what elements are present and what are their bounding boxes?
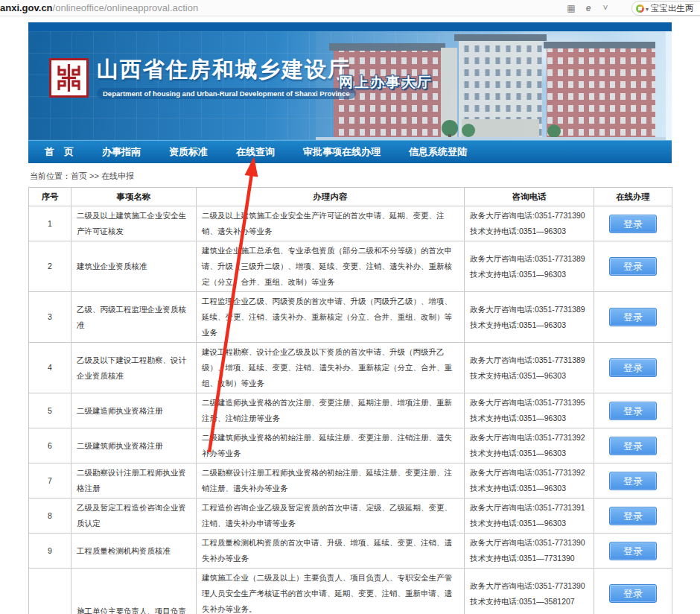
row-no: 7	[29, 463, 71, 499]
url-text[interactable]: anxi.gov.cn/onlineoffice/onlineapproval.…	[0, 2, 198, 13]
row-name: 乙级及暂定工程造价咨询企业资质认定	[71, 499, 197, 534]
col-header-phone: 咨询电话	[465, 188, 594, 206]
row-content: 建筑施工企业（二级及以上）主要负责人、项目负责人、专职安全生产管理人员安全生产考…	[197, 569, 465, 614]
table-header-row: 序号 事项名称 办理内容 咨询电话 在线办理	[29, 188, 672, 206]
row-name: 施工单位主要负责人、项目负责人、专职安全生产管理人员安全生产考核	[71, 569, 197, 614]
nav-item-home[interactable]: 首 页	[45, 145, 74, 159]
ie-mode-icon[interactable]: e	[583, 3, 594, 13]
table-row: 10 施工单位主要负责人、项目负责人、专职安全生产管理人员安全生产考核 建筑施工…	[29, 569, 672, 614]
row-content: 工程监理企业乙级、丙级资质的首次申请、升级（丙级升乙级）、增项、延续、变更、注销…	[197, 292, 465, 343]
nav-item-online-approval[interactable]: 审批事项在线办理	[303, 145, 381, 159]
caret-down-icon[interactable]: ▾	[646, 6, 649, 13]
table-row: 3 乙级、丙级工程监理企业资质核准 工程监理企业乙级、丙级资质的首次申请、升级（…	[29, 292, 672, 343]
login-button[interactable]: 登录	[609, 584, 657, 603]
login-button[interactable]: 登录	[609, 472, 657, 490]
login-button[interactable]: 登录	[609, 257, 657, 276]
department-seal-logo	[49, 58, 89, 98]
row-no: 6	[29, 428, 71, 463]
row-phone: 政务大厅咨询电话:0351-7731390技术支持电话:0351—3581207	[465, 569, 594, 614]
row-phone: 政务大厅咨询电话:0351-7731392技术支持电话:0351—96303	[465, 428, 594, 463]
row-content: 二级勘察设计注册工程师执业资格的初始注册、延续注册、变更注册、注销注册、遗失补办…	[197, 463, 465, 499]
row-name: 二级建筑师执业资格注册	[71, 428, 197, 463]
col-header-content: 办理内容	[197, 188, 465, 206]
table-row: 2 建筑业企业资质核准 建筑业企业施工总承包、专业承包资质（部分二级和不分等级）…	[29, 241, 672, 292]
table-row: 7 二级勘察设计注册工程师执业资格注册 二级勘察设计注册工程师执业资格的初始注册…	[29, 463, 672, 499]
login-button[interactable]: 登录	[609, 507, 657, 525]
table-row: 1 二级及以上建筑施工企业安全生产许可证核发 二级及以上建筑施工企业安全生产许可…	[29, 206, 672, 241]
site-title-english: Department of housing and Urban-Rural De…	[97, 88, 356, 99]
row-content: 二级及以上建筑施工企业安全生产许可证的首次申请、延期、变更、注销、遗失补办等业务	[197, 206, 465, 241]
row-content: 二级建筑师执业资格的初始注册、延续注册、变更注册、注销注册、遗失补办等业务	[197, 428, 465, 463]
row-phone: 政务大厅咨询电话:0351-7731389技术支持电话:0351—96303	[465, 343, 594, 393]
main-navigation: 首 页 办事指南 资质标准 在线查询 审批事项在线办理 信息系统登陆	[28, 140, 672, 163]
row-no: 10	[29, 569, 71, 614]
row-no: 9	[29, 534, 71, 569]
row-phone: 政务大厅咨询电话:0351-7731395技术支持电话:0351—96303	[465, 393, 594, 428]
browser-address-bar: anxi.gov.cn/onlineoffice/onlineapproval.…	[0, 0, 700, 16]
row-no: 3	[29, 292, 71, 343]
row-phone: 政务大厅咨询电话:0351-7731390技术支持电话:0351—96303	[465, 206, 594, 241]
row-name: 二级建造师执业资格注册	[71, 393, 197, 428]
search-engine-ring-icon[interactable]	[636, 4, 644, 13]
hot-search-text[interactable]: 宝宝出生两	[651, 3, 694, 14]
login-button[interactable]: 登录	[609, 542, 657, 560]
row-phone: 政务大厅咨询电话:0351-7731389技术支持电话:0351—96303	[465, 241, 594, 292]
table-row: 6 二级建筑师执业资格注册 二级建筑师执业资格的初始注册、延续注册、变更注册、注…	[29, 428, 672, 463]
row-content: 建筑业企业施工总承包、专业承包资质（部分二级和不分等级）的首次申请、升级（三级升…	[197, 241, 465, 292]
login-button[interactable]: 登录	[609, 308, 657, 326]
nav-item-online-query[interactable]: 在线查询	[236, 145, 275, 159]
qr-grid-icon[interactable]: ▦	[566, 3, 576, 13]
row-name: 工程质量检测机构资质核准	[71, 534, 197, 569]
col-header-name: 事项名称	[71, 188, 197, 206]
table-row: 9 工程质量检测机构资质核准 工程质量检测机构资质的首次申请、升级、增项、延续、…	[29, 534, 672, 569]
row-name: 二级勘察设计注册工程师执业资格注册	[71, 463, 197, 499]
site-title: 山西省住房和城乡建设厅	[97, 55, 356, 85]
table-row: 8 乙级及暂定工程造价咨询企业资质认定 工程造价咨询企业乙级及暂定资质的首次申请…	[29, 499, 672, 534]
row-content: 二级建造师执业资格的首次注册、变更注册、延期注册、增项注册、重新注册、注销注册等…	[197, 393, 465, 428]
login-button[interactable]: 登录	[609, 437, 657, 455]
page-container: 山西省住房和城乡建设厅 Department of housing and Ur…	[28, 22, 672, 614]
online-hall-label: 网上办事大厅	[339, 73, 433, 92]
col-header-no: 序号	[29, 188, 71, 206]
table-row: 5 二级建造师执业资格注册 二级建造师执业资格的首次注册、变更注册、延期注册、增…	[29, 393, 672, 428]
url-path: /onlineoffice/onlineapproval.action	[53, 2, 199, 13]
nav-item-guide[interactable]: 办事指南	[102, 145, 141, 159]
row-content: 工程质量检测机构资质的首次申请、升级、增项、延续、变更、注销、遗失补办等业务	[197, 534, 465, 569]
nav-item-qualification-standards[interactable]: 资质标准	[169, 145, 208, 159]
row-name: 乙级及以下建设工程勘察、设计企业资质核准	[71, 343, 197, 393]
row-name: 乙级、丙级工程监理企业资质核准	[71, 292, 197, 343]
row-no: 4	[29, 343, 71, 393]
table-row: 4 乙级及以下建设工程勘察、设计企业资质核准 建设工程勘察、设计企业乙级及以下资…	[29, 343, 672, 393]
row-name: 建筑业企业资质核准	[71, 241, 197, 292]
row-no: 1	[29, 206, 71, 241]
nav-item-system-login[interactable]: 信息系统登陆	[409, 145, 467, 159]
login-button[interactable]: 登录	[609, 402, 657, 420]
browser-search-box[interactable]: ▾ 宝宝出生两	[631, 1, 700, 16]
row-phone: 政务大厅咨询电话:0351-7731389技术支持电话:0351—96303	[465, 292, 594, 343]
service-items-table: 序号 事项名称 办理内容 咨询电话 在线办理 1 二级及以上建筑施工企业安全生产…	[28, 187, 672, 614]
url-domain: anxi.gov.cn	[0, 2, 53, 13]
header-top-strip	[28, 22, 672, 31]
row-content: 工程造价咨询企业乙级及暂定资质的首次申请、定级、乙级延期、变更、注销、遗失补办申…	[197, 499, 465, 534]
row-phone: 政务大厅咨询电话:0351-7731391技术支持电话:0351—96303	[465, 499, 594, 534]
login-button[interactable]: 登录	[609, 358, 657, 377]
breadcrumb: 当前位置：首页 >> 在线申报	[28, 163, 672, 187]
row-phone: 政务大厅咨询电话:0351-7731392技术支持电话:0351—96303	[465, 463, 594, 499]
row-content: 建设工程勘察、设计企业乙级及以下资质的首次申请、升级（丙级升乙级）、增项、延续、…	[197, 343, 465, 393]
login-button[interactable]: 登录	[609, 215, 657, 233]
row-no: 5	[29, 393, 71, 428]
row-no: 8	[29, 499, 71, 534]
site-header-banner: 山西省住房和城乡建设厅 Department of housing and Ur…	[28, 31, 672, 140]
row-name: 二级及以上建筑施工企业安全生产许可证核发	[71, 206, 197, 241]
chevron-down-icon[interactable]: ˅	[600, 3, 611, 13]
row-phone: 政务大厅咨询电话:0351-7731390技术支持电话:0351—7731390	[465, 534, 594, 569]
row-no: 2	[29, 241, 71, 292]
col-header-online: 在线办理	[594, 188, 672, 206]
